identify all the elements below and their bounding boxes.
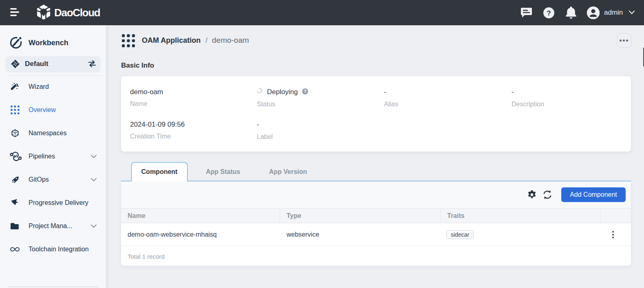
- svg-text:?: ?: [547, 9, 551, 17]
